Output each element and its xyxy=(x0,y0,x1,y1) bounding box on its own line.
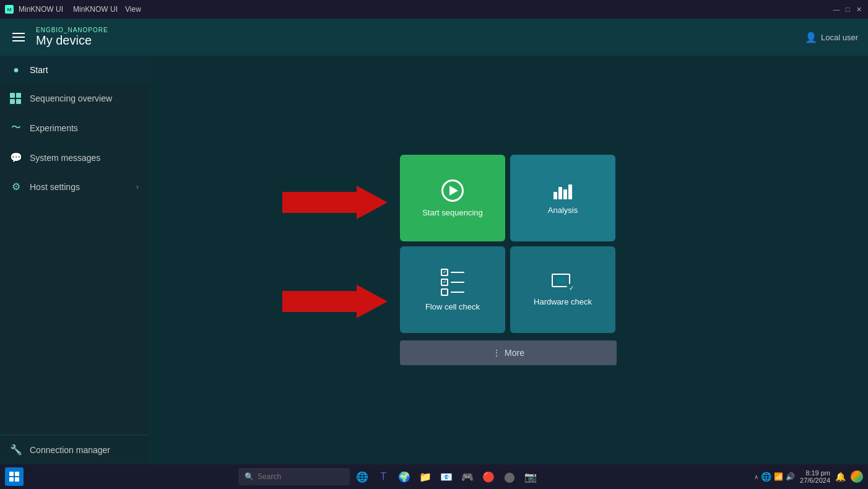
more-button[interactable]: ⋮ More xyxy=(400,340,617,365)
sidebar-item-label: System messages xyxy=(30,153,139,163)
checkbox1: ✓ xyxy=(441,269,448,276)
taskbar-icon-explorer[interactable]: 📁 xyxy=(417,468,434,485)
more-icon: ⋮ xyxy=(492,348,501,358)
more-label: More xyxy=(505,348,524,358)
device-name: My device xyxy=(36,33,108,48)
menu-view[interactable]: View xyxy=(125,5,141,14)
monitor-screen xyxy=(557,277,565,283)
search-box[interactable]: 🔍 xyxy=(238,468,350,485)
user-info: 👤 Local user xyxy=(805,32,858,43)
card-analysis[interactable]: Analysis xyxy=(510,155,615,241)
tray-chevron[interactable]: ∧ xyxy=(754,474,758,480)
notification-bell[interactable]: 🔔 xyxy=(835,472,846,482)
message-icon: 💬 xyxy=(10,152,22,163)
clock-time: 8:19 pm xyxy=(805,469,830,477)
tray-network[interactable]: 🌐 xyxy=(761,472,771,482)
sidebar-item-system-messages[interactable]: 💬 System messages xyxy=(0,143,149,172)
tray-volume[interactable]: 🔊 xyxy=(786,472,795,481)
search-icon: 🔍 xyxy=(245,472,254,481)
taskbar: 🔍 🌐 T 🌍 📁 📧 🎮 🔴 ⬤ 📷 ∧ 🌐 📶 🔊 8:19 pm 27/6 xyxy=(0,464,868,489)
taskbar-icon-teams[interactable]: T xyxy=(375,468,392,485)
cards-row-1: Start sequencing Analysis xyxy=(400,155,617,241)
taskbar-center: 🔍 🌐 T 🌍 📁 📧 🎮 🔴 ⬤ 📷 xyxy=(24,468,754,485)
checklist-icon: ✓ ✓ xyxy=(441,269,464,296)
user-label: Local user xyxy=(821,33,858,42)
checkbox3 xyxy=(441,288,448,296)
wrench-icon: 🔧 xyxy=(10,444,22,456)
tray-wifi[interactable]: 📶 xyxy=(774,472,783,481)
sidebar-item-label: Sequencing overview xyxy=(30,93,139,103)
taskbar-icon-browser[interactable]: 🌐 xyxy=(354,468,371,485)
sidebar-item-sequencing-overview[interactable]: Sequencing overview xyxy=(0,84,149,113)
grid-icon xyxy=(10,93,22,104)
gear-icon: ⚙ xyxy=(10,181,22,193)
play-icon xyxy=(441,180,464,202)
hardware-check-icon: ✓ xyxy=(552,274,574,291)
card-label: Flow cell check xyxy=(425,302,480,311)
hamburger-menu[interactable] xyxy=(10,30,27,44)
taskbar-left xyxy=(5,467,24,486)
app-icon: M xyxy=(5,5,14,14)
bar4 xyxy=(568,184,572,199)
user-icon: 👤 xyxy=(805,32,817,43)
search-input[interactable] xyxy=(258,472,332,481)
minimize-button[interactable]: — xyxy=(832,5,841,14)
taskbar-right: ∧ 🌐 📶 🔊 8:19 pm 27/6/2024 🔔 xyxy=(754,469,863,484)
arrow-top xyxy=(282,186,388,219)
sidebar-item-label: Experiments xyxy=(30,123,139,133)
sidebar-item-label: Start xyxy=(30,65,139,75)
sidebar-item-label: Host settings xyxy=(30,182,129,192)
system-tray: ∧ 🌐 📶 🔊 xyxy=(754,472,795,482)
bar2 xyxy=(558,187,562,199)
card-hardware-check[interactable]: ✓ Hardware check xyxy=(510,246,615,333)
sidebar-item-start[interactable]: ● Start xyxy=(0,56,149,84)
app-header: ENGBIO_NANOPORE My device 👤 Local user xyxy=(0,19,868,56)
checkline3 xyxy=(451,292,464,293)
main-content: Start sequencing Analysis xyxy=(149,56,868,464)
card-label: Start sequencing xyxy=(422,208,483,217)
checkline1 xyxy=(451,272,464,273)
taskbar-icon-edge[interactable]: 🌍 xyxy=(396,468,413,485)
sidebar-item-connection-manager[interactable]: 🔧 Connection manager xyxy=(0,435,149,464)
start-icon: ● xyxy=(10,64,22,76)
wave-icon: 〜 xyxy=(10,121,22,134)
menu-minknow[interactable]: MinKNOW UI xyxy=(73,5,118,14)
checkline2 xyxy=(451,282,464,283)
app-title: MinKNOW UI xyxy=(19,5,63,14)
sidebar-item-host-settings[interactable]: ⚙ Host settings › xyxy=(0,172,149,201)
windows-logo xyxy=(9,472,19,482)
arrow-bottom xyxy=(282,285,388,318)
cards-row-2: ✓ ✓ xyxy=(400,246,617,333)
title-bar: M MinKNOW UI MinKNOW UI View — □ ✕ xyxy=(0,0,868,19)
chevron-right-icon: › xyxy=(136,183,139,191)
taskbar-icon-circle[interactable]: ⬤ xyxy=(501,468,518,485)
sidebar-top: ● Start Sequencing overview 〜 Experiment… xyxy=(0,56,149,435)
device-subtitle: ENGBIO_NANOPORE xyxy=(36,27,108,33)
clock-date-label: 27/6/2024 xyxy=(800,477,830,484)
checkbox2: ✓ xyxy=(441,279,448,286)
color-widget[interactable] xyxy=(851,470,863,483)
cards-wrapper: Start sequencing Analysis xyxy=(400,155,617,365)
taskbar-icon-game[interactable]: 🎮 xyxy=(459,468,476,485)
svg-marker-1 xyxy=(282,285,388,318)
cards-container: Start sequencing Analysis xyxy=(400,155,617,365)
header-left: ENGBIO_NANOPORE My device xyxy=(10,27,108,48)
device-info: ENGBIO_NANOPORE My device xyxy=(36,27,108,48)
maximize-button[interactable]: □ xyxy=(843,5,852,14)
sidebar-item-experiments[interactable]: 〜 Experiments xyxy=(0,113,149,143)
taskbar-icon-camera[interactable]: 📷 xyxy=(522,468,539,485)
bar1 xyxy=(553,192,557,199)
card-flow-cell-check[interactable]: ✓ ✓ xyxy=(400,246,505,333)
red-arrow-bottom xyxy=(282,285,388,318)
taskbar-icon-ubuntu[interactable]: 🔴 xyxy=(480,468,497,485)
title-bar-menu: MinKNOW UI View xyxy=(73,5,141,14)
red-arrow-top xyxy=(282,186,388,219)
taskbar-icon-outlook[interactable]: 📧 xyxy=(438,468,455,485)
start-button[interactable] xyxy=(5,467,24,486)
sidebar-item-label: Connection manager xyxy=(30,445,139,455)
card-start-sequencing[interactable]: Start sequencing xyxy=(400,155,505,241)
clock-date: 8:19 pm 27/6/2024 xyxy=(800,469,830,484)
main-layout: ● Start Sequencing overview 〜 Experiment… xyxy=(0,56,868,464)
close-button[interactable]: ✕ xyxy=(854,5,863,14)
sidebar: ● Start Sequencing overview 〜 Experiment… xyxy=(0,56,149,464)
